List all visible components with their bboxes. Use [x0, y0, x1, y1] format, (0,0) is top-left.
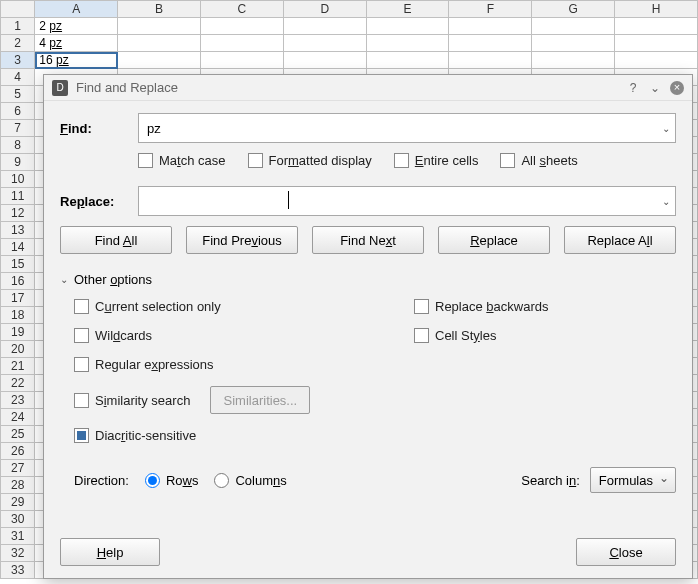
- row-header[interactable]: 8: [1, 137, 35, 154]
- row-header[interactable]: 32: [1, 545, 35, 562]
- columns-radio[interactable]: Columns: [214, 473, 286, 488]
- cell[interactable]: [201, 52, 284, 69]
- row-header[interactable]: 3: [1, 52, 35, 69]
- cell[interactable]: [532, 35, 615, 52]
- replace-label: Replace:: [60, 194, 138, 209]
- cell[interactable]: [615, 35, 698, 52]
- cell[interactable]: [366, 52, 449, 69]
- row-header[interactable]: 23: [1, 392, 35, 409]
- row-header[interactable]: 24: [1, 409, 35, 426]
- row-header[interactable]: 18: [1, 307, 35, 324]
- replace-input[interactable]: [138, 186, 676, 216]
- row-header[interactable]: 33: [1, 562, 35, 579]
- row-header[interactable]: 30: [1, 511, 35, 528]
- row-header[interactable]: 9: [1, 154, 35, 171]
- col-header-F[interactable]: F: [449, 1, 532, 18]
- chevron-down-icon[interactable]: ⌄: [648, 81, 662, 95]
- cell[interactable]: [118, 35, 201, 52]
- current-selection-checkbox[interactable]: Current selection only: [74, 299, 374, 314]
- row-header[interactable]: 10: [1, 171, 35, 188]
- row-header[interactable]: 21: [1, 358, 35, 375]
- col-header-H[interactable]: H: [615, 1, 698, 18]
- row-header[interactable]: 4: [1, 69, 35, 86]
- row-header[interactable]: 22: [1, 375, 35, 392]
- col-header-D[interactable]: D: [283, 1, 366, 18]
- find-input[interactable]: [138, 113, 676, 143]
- row-header[interactable]: 6: [1, 103, 35, 120]
- row-header[interactable]: 27: [1, 460, 35, 477]
- column-header-row: A B C D E F G H: [1, 1, 698, 18]
- help-icon[interactable]: ?: [626, 81, 640, 95]
- help-button[interactable]: Help: [60, 538, 160, 566]
- row-header[interactable]: 15: [1, 256, 35, 273]
- row-header[interactable]: 17: [1, 290, 35, 307]
- formatted-display-checkbox[interactable]: Formatted display: [248, 153, 372, 168]
- dialog-titlebar[interactable]: D Find and Replace ? ⌄ ×: [44, 75, 692, 101]
- cell[interactable]: [532, 18, 615, 35]
- wildcards-checkbox[interactable]: Wildcards: [74, 328, 374, 343]
- cell[interactable]: [366, 35, 449, 52]
- replace-all-button[interactable]: Replace All: [564, 226, 676, 254]
- cell[interactable]: 4 pz: [35, 35, 118, 52]
- row-header[interactable]: 28: [1, 477, 35, 494]
- close-button[interactable]: Close: [576, 538, 676, 566]
- cell[interactable]: [118, 18, 201, 35]
- all-sheets-checkbox[interactable]: All sheets: [500, 153, 577, 168]
- row-header[interactable]: 2: [1, 35, 35, 52]
- row-header[interactable]: 11: [1, 188, 35, 205]
- cell[interactable]: [615, 18, 698, 35]
- cell[interactable]: [449, 18, 532, 35]
- row-header[interactable]: 7: [1, 120, 35, 137]
- cell[interactable]: [201, 18, 284, 35]
- row-header[interactable]: 31: [1, 528, 35, 545]
- row-header[interactable]: 20: [1, 341, 35, 358]
- find-next-button[interactable]: Find Next: [312, 226, 424, 254]
- cell[interactable]: [283, 18, 366, 35]
- table-row: 24 pz: [1, 35, 698, 52]
- row-header[interactable]: 19: [1, 324, 35, 341]
- replace-button[interactable]: Replace: [438, 226, 550, 254]
- find-previous-button[interactable]: Find Previous: [186, 226, 298, 254]
- regex-checkbox[interactable]: Regular expressions: [74, 357, 374, 372]
- corner-cell[interactable]: [1, 1, 35, 18]
- col-header-A[interactable]: A: [35, 1, 118, 18]
- diacritic-checkbox[interactable]: Diacritic-sensitive: [74, 428, 374, 443]
- row-header[interactable]: 25: [1, 426, 35, 443]
- text-cursor: [288, 191, 289, 209]
- cell[interactable]: [532, 52, 615, 69]
- search-in-select[interactable]: Formulas: [590, 467, 676, 493]
- cell[interactable]: 16 pz: [35, 52, 118, 69]
- col-header-G[interactable]: G: [532, 1, 615, 18]
- cell[interactable]: [366, 18, 449, 35]
- other-options-expander[interactable]: ⌄ Other options: [60, 272, 676, 287]
- row-header[interactable]: 14: [1, 239, 35, 256]
- cell[interactable]: [615, 52, 698, 69]
- cell[interactable]: [201, 35, 284, 52]
- match-case-checkbox[interactable]: Match case: [138, 153, 226, 168]
- cell[interactable]: 2 pz: [35, 18, 118, 35]
- col-header-B[interactable]: B: [118, 1, 201, 18]
- col-header-E[interactable]: E: [366, 1, 449, 18]
- row-header[interactable]: 1: [1, 18, 35, 35]
- row-header[interactable]: 13: [1, 222, 35, 239]
- cell[interactable]: [118, 52, 201, 69]
- cell[interactable]: [449, 52, 532, 69]
- dialog-title: Find and Replace: [76, 80, 178, 95]
- cell[interactable]: [283, 35, 366, 52]
- rows-radio[interactable]: Rows: [145, 473, 199, 488]
- cell[interactable]: [449, 35, 532, 52]
- row-header[interactable]: 12: [1, 205, 35, 222]
- col-header-C[interactable]: C: [201, 1, 284, 18]
- close-icon[interactable]: ×: [670, 81, 684, 95]
- find-all-button[interactable]: Find All: [60, 226, 172, 254]
- entire-cells-checkbox[interactable]: Entire cells: [394, 153, 479, 168]
- replace-backwards-checkbox[interactable]: Replace backwards: [414, 299, 548, 314]
- row-header[interactable]: 16: [1, 273, 35, 290]
- row-header[interactable]: 5: [1, 86, 35, 103]
- cell-styles-checkbox[interactable]: Cell Styles: [414, 328, 548, 343]
- cell[interactable]: [283, 52, 366, 69]
- find-label: Find:: [60, 121, 138, 136]
- row-header[interactable]: 26: [1, 443, 35, 460]
- row-header[interactable]: 29: [1, 494, 35, 511]
- similarity-checkbox[interactable]: Similarity search: [74, 393, 190, 408]
